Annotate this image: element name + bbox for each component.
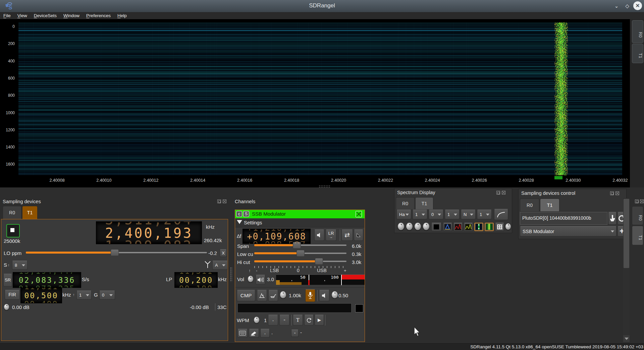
fir-toggle-button[interactable]: FIR (5, 290, 20, 300)
keyer-text-button[interactable]: T (293, 315, 303, 325)
grid-button[interactable] (495, 223, 504, 231)
stereo-input-button[interactable]: LR → (326, 229, 336, 241)
close-panel-icon[interactable] (615, 191, 619, 195)
morse-key-button[interactable] (249, 329, 259, 338)
control-tab-r0-vertical[interactable]: R0 (632, 206, 643, 225)
device-tab-r0[interactable]: R0 (3, 206, 21, 219)
averaging-mode-select[interactable]: N (461, 210, 476, 219)
mic-volume-knob[interactable] (332, 291, 338, 298)
spectrum-max-button[interactable] (464, 223, 473, 231)
panel-splitter-handle[interactable] (230, 267, 232, 282)
control-tab-t1[interactable]: T1 (540, 199, 559, 211)
float-panel-icon[interactable] (635, 200, 639, 203)
mute-button[interactable] (314, 229, 324, 241)
monitor-button[interactable] (319, 290, 329, 301)
wpm-knob[interactable] (254, 317, 259, 323)
lowcut-slider[interactable] (254, 250, 346, 257)
cw-text-input[interactable] (237, 303, 352, 313)
att-knob[interactable] (4, 304, 9, 310)
cmp-button[interactable]: CMP (237, 290, 255, 301)
float-panel-icon[interactable] (610, 191, 614, 195)
menu-item-file[interactable]: File (0, 12, 14, 19)
channel-close-icon[interactable] (356, 211, 362, 217)
menu-item-preferences[interactable]: Preferences (83, 12, 114, 19)
scrollbar-thumb[interactable] (624, 199, 629, 268)
spectrum-knob-3[interactable] (415, 223, 421, 230)
lo-ppm-slider[interactable] (26, 249, 207, 256)
menu-item-help[interactable]: Help (114, 12, 130, 19)
fir-chain-select[interactable]: 1 (76, 291, 92, 300)
keyer-play-button[interactable]: ▶ (315, 315, 324, 325)
vol-knob[interactable] (248, 276, 253, 282)
waterfall-display[interactable] (18, 23, 622, 175)
fft-window-select[interactable]: Ha (396, 210, 411, 219)
spectrum-knob-4[interactable] (423, 223, 429, 230)
spectrum-tab-r0[interactable]: R0 (396, 197, 415, 209)
deviceset-tab-r0-vertical[interactable]: R0 (632, 20, 643, 43)
waterfall-button[interactable] (485, 223, 494, 231)
fft-size-select[interactable]: 1 (413, 210, 427, 219)
close-panel-icon[interactable] (502, 191, 505, 194)
channel-select[interactable]: SSB Modulator (520, 226, 616, 236)
keyer-loop-button[interactable] (304, 315, 314, 325)
audio-mute-button[interactable] (256, 275, 265, 285)
range-select[interactable]: 1 (445, 210, 460, 219)
keyer-dot-button[interactable]: . (268, 315, 278, 325)
channel-stream-button[interactable]: S (243, 211, 249, 217)
device-tab-t1[interactable]: T1 (22, 206, 38, 219)
antenna-select[interactable]: A (212, 261, 228, 270)
filter-shape-button[interactable] (354, 229, 363, 241)
filter-spectrum-button[interactable] (257, 290, 267, 301)
waterfall-position-button[interactable] (474, 223, 483, 231)
background-color-button[interactable] (431, 223, 441, 231)
menu-item-view[interactable]: View (14, 12, 31, 19)
minimize-icon[interactable]: ⌄ (612, 2, 621, 10)
close-icon[interactable]: ✕ (633, 1, 642, 10)
filter-response-button[interactable] (494, 209, 508, 220)
lo-ppm-reset-button[interactable]: X (220, 249, 227, 257)
change-device-button[interactable] (608, 212, 616, 225)
spectrum-tab-t1[interactable]: T1 (415, 197, 433, 209)
close-panel-icon[interactable] (640, 200, 644, 203)
dash-key-button[interactable]: - (291, 330, 299, 337)
menu-item-devicesets[interactable]: DeviceSets (31, 12, 60, 19)
gain-select[interactable]: 0 (99, 291, 115, 300)
deviceset-tab-t1-vertical[interactable]: T1 (632, 44, 643, 63)
sample-rate-dial[interactable]: 13,194,447 02,083,336 91,972,225 (13, 272, 81, 288)
averaging-count-select[interactable]: 1 (477, 210, 492, 219)
keyer-dash-button[interactable]: - (279, 315, 289, 325)
keyboard-button[interactable] (237, 329, 248, 338)
hicut-slider[interactable] (254, 258, 346, 265)
tone-knob[interactable] (280, 291, 286, 298)
close-panel-icon[interactable] (223, 200, 226, 203)
control-tab-t1-vertical[interactable]: T1 (632, 226, 643, 245)
menu-item-window[interactable]: Window (60, 12, 83, 19)
float-panel-icon[interactable] (217, 200, 221, 203)
sr-toggle-button[interactable]: SR (3, 274, 12, 287)
channel-color-button[interactable]: c (236, 211, 242, 217)
sideband-flip-button[interactable]: ⇄ (341, 229, 353, 241)
float-panel-icon[interactable] (496, 191, 500, 194)
settings-rollup[interactable]: Settings (235, 218, 365, 227)
grid-intensity-knob[interactable] (505, 223, 511, 230)
ref-level-select[interactable]: 0 (429, 210, 443, 219)
scrollbar-down-button[interactable] (623, 335, 630, 342)
mic-button[interactable] (305, 289, 315, 302)
spectrum-fill-button[interactable] (453, 223, 463, 231)
spectrum-line-button[interactable] (443, 223, 452, 231)
spectrum-knob-2[interactable] (406, 223, 413, 230)
delta-f-dial[interactable]: +1,210,719 +0,109,608 +9,098,597 (243, 229, 311, 244)
control-tab-r0[interactable]: R0 (520, 199, 539, 211)
center-frequency-dial[interactable]: 3,511,204 2,400,193 1,399,082 (96, 221, 202, 244)
interp-select[interactable]: 8 (12, 261, 28, 270)
dock-splitter-handle[interactable] (319, 185, 331, 187)
channel-title-bar[interactable]: c S SSB Modulator (235, 210, 365, 218)
scrollbar[interactable] (623, 198, 630, 342)
lowpass-dial[interactable]: 11,311 00,200 99,199 (174, 272, 218, 288)
fir-bandwidth-dial[interactable]: 11,611 00,500 99,499 (20, 288, 62, 303)
spectrum-knob-1[interactable] (398, 223, 404, 230)
dot-key-button[interactable]: . (260, 329, 270, 338)
text-color-button[interactable] (355, 304, 363, 312)
start-stop-button[interactable] (6, 224, 20, 237)
maximize-icon[interactable]: ◇ (623, 2, 631, 10)
